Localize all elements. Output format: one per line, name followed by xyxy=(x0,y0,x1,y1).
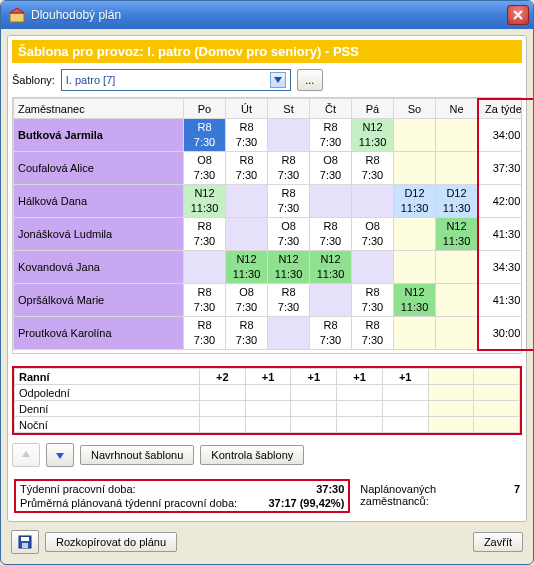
table-row[interactable]: Opršálková MarieR87:30O87:30R87:30R87:30… xyxy=(14,284,523,317)
summary-cell xyxy=(474,385,520,401)
shift-cell[interactable]: R87:30 xyxy=(268,284,310,317)
summary-cell xyxy=(428,385,474,401)
employee-name[interactable]: Proutková Karolína xyxy=(14,317,184,350)
shift-cell[interactable] xyxy=(394,119,436,152)
shift-cell[interactable] xyxy=(436,152,478,185)
weekly-work-value: 37:30 xyxy=(316,483,344,495)
summary-cell xyxy=(382,385,428,401)
shift-cell[interactable] xyxy=(310,284,352,317)
shift-cell[interactable]: O87:30 xyxy=(184,152,226,185)
col-day[interactable]: Ne xyxy=(436,99,478,119)
table-row[interactable]: Butková JarmilaR87:30R87:30R87:30N1211:3… xyxy=(14,119,523,152)
shift-cell[interactable]: N1211:30 xyxy=(352,119,394,152)
templates-combobox[interactable]: I. patro [7] xyxy=(61,69,291,91)
window-title: Dlouhodobý plán xyxy=(31,8,507,22)
shift-cell[interactable]: N1211:30 xyxy=(394,284,436,317)
shift-cell[interactable]: R87:30 xyxy=(184,317,226,350)
close-footer-button[interactable]: Zavřít xyxy=(473,532,523,552)
shift-cell[interactable] xyxy=(352,185,394,218)
shift-cell[interactable] xyxy=(226,218,268,251)
table-row[interactable]: Hálková DanaN1211:30R87:30D1211:30D1211:… xyxy=(14,185,523,218)
templates-label: Šablony: xyxy=(12,74,55,86)
shift-cell[interactable]: R87:30 xyxy=(310,119,352,152)
summary-row: Denní xyxy=(15,401,520,417)
shift-cell[interactable] xyxy=(394,251,436,284)
summary-label: Denní xyxy=(15,401,200,417)
shift-cell[interactable]: O87:30 xyxy=(352,218,394,251)
summary-cell xyxy=(337,417,383,433)
shift-cell[interactable] xyxy=(268,119,310,152)
check-template-button[interactable]: Kontrola šablony xyxy=(200,445,304,465)
shift-cell[interactable] xyxy=(268,317,310,350)
employee-name[interactable]: Coufalová Alice xyxy=(14,152,184,185)
col-day[interactable]: Pá xyxy=(352,99,394,119)
close-button[interactable] xyxy=(507,5,529,25)
summary-cell xyxy=(382,417,428,433)
shift-cell[interactable]: R87:30 xyxy=(268,185,310,218)
summary-cell xyxy=(428,401,474,417)
shift-cell[interactable] xyxy=(394,152,436,185)
shift-cell[interactable] xyxy=(352,251,394,284)
svg-marker-1 xyxy=(10,8,24,13)
shift-cell[interactable] xyxy=(436,284,478,317)
shift-cell[interactable]: R87:30 xyxy=(226,317,268,350)
shift-cell[interactable]: O87:30 xyxy=(268,218,310,251)
shift-cell[interactable]: R87:30 xyxy=(226,152,268,185)
employee-name[interactable]: Hálková Dana xyxy=(14,185,184,218)
shift-cell[interactable] xyxy=(226,185,268,218)
move-down-button[interactable] xyxy=(46,443,74,467)
shift-cell[interactable]: O87:30 xyxy=(310,152,352,185)
table-row[interactable]: Jonášková LudmilaR87:30O87:30R87:30O87:3… xyxy=(14,218,523,251)
employee-name[interactable]: Butková Jarmila xyxy=(14,119,184,152)
shift-cell[interactable]: R87:30 xyxy=(268,152,310,185)
col-day[interactable]: So xyxy=(394,99,436,119)
shift-cell[interactable] xyxy=(310,185,352,218)
shift-cell[interactable]: R87:30 xyxy=(352,317,394,350)
shift-cell[interactable]: R87:30 xyxy=(352,152,394,185)
week-total: 41:30 xyxy=(478,218,523,251)
shift-cell[interactable]: N1211:30 xyxy=(268,251,310,284)
employee-name[interactable]: Opršálková Marie xyxy=(14,284,184,317)
shift-cell[interactable]: R87:30 xyxy=(310,218,352,251)
col-day[interactable]: Čt xyxy=(310,99,352,119)
employee-name[interactable]: Kovandová Jana xyxy=(14,251,184,284)
copy-to-plan-button[interactable]: Rozkopírovat do plánu xyxy=(45,532,177,552)
employee-name[interactable]: Jonášková Ludmila xyxy=(14,218,184,251)
more-templates-button[interactable]: ... xyxy=(297,69,323,91)
shift-cell[interactable] xyxy=(394,218,436,251)
shift-cell[interactable]: R87:30 xyxy=(310,317,352,350)
summary-row: Ranní+2+1+1+1+1 xyxy=(15,369,520,385)
shift-cell[interactable]: O87:30 xyxy=(226,284,268,317)
col-day[interactable]: Út xyxy=(226,99,268,119)
shift-cell[interactable]: N1211:30 xyxy=(436,218,478,251)
col-name[interactable]: Zaměstnanec xyxy=(14,99,184,119)
table-row[interactable]: Proutková KarolínaR87:30R87:30R87:30R87:… xyxy=(14,317,523,350)
shift-cell[interactable] xyxy=(394,317,436,350)
col-week[interactable]: Za týden xyxy=(478,99,523,119)
shift-cell[interactable]: D1211:30 xyxy=(436,185,478,218)
shift-cell[interactable]: N1211:30 xyxy=(184,185,226,218)
move-up-button[interactable] xyxy=(12,443,40,467)
shift-cell[interactable] xyxy=(436,251,478,284)
table-row[interactable]: Kovandová JanaN1211:30N1211:30N1211:3034… xyxy=(14,251,523,284)
shift-cell[interactable]: R87:30 xyxy=(352,284,394,317)
shift-cell[interactable]: R87:30 xyxy=(184,218,226,251)
shift-cell[interactable] xyxy=(436,317,478,350)
shift-cell[interactable]: R87:30 xyxy=(184,284,226,317)
col-day[interactable]: St xyxy=(268,99,310,119)
shift-cell[interactable]: R87:30 xyxy=(184,119,226,152)
col-day[interactable]: Po xyxy=(184,99,226,119)
shift-cell[interactable]: N1211:30 xyxy=(226,251,268,284)
shift-cell[interactable]: D1211:30 xyxy=(394,185,436,218)
shift-cell[interactable]: R87:30 xyxy=(226,119,268,152)
content-area: Šablona pro provoz: I. patro (Domov pro … xyxy=(1,29,533,564)
avg-planned-label: Průměrná plánovaná týdenní pracovní doba… xyxy=(20,497,237,509)
suggest-template-button[interactable]: Navrhnout šablonu xyxy=(80,445,194,465)
summary-cell: +2 xyxy=(200,369,246,385)
shift-cell[interactable]: N1211:30 xyxy=(310,251,352,284)
shift-cell[interactable] xyxy=(184,251,226,284)
table-row[interactable]: Coufalová AliceO87:30R87:30R87:30O87:30R… xyxy=(14,152,523,185)
svg-marker-3 xyxy=(22,451,30,457)
shift-cell[interactable] xyxy=(436,119,478,152)
save-button[interactable] xyxy=(11,530,39,554)
